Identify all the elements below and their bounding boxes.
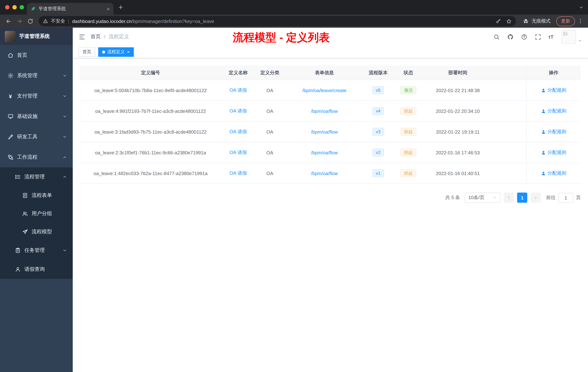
- assign-rule-label: 分配规则: [547, 170, 566, 176]
- sidebar-item-label: 首页: [17, 52, 27, 59]
- fontsize-icon[interactable]: tT: [548, 34, 554, 39]
- breadcrumb-home[interactable]: 首页: [91, 33, 101, 40]
- minimize-window-button[interactable]: [12, 5, 17, 10]
- sidebar-item-process-form[interactable]: 流程表单: [0, 186, 73, 205]
- close-window-button[interactable]: [5, 5, 10, 10]
- chevron-down-icon: [63, 74, 67, 78]
- sidebar-item-label: 流程管理: [24, 174, 45, 180]
- form-url-link[interactable]: /bpm/oa/flow: [311, 150, 338, 155]
- update-chrome-button[interactable]: 更新: [556, 16, 575, 26]
- chevron-down-icon: [63, 94, 67, 98]
- assign-rule-link[interactable]: 分配规则: [541, 129, 566, 135]
- definition-name-link[interactable]: OA 请假: [230, 149, 247, 156]
- user-menu[interactable]: [561, 30, 582, 44]
- user-filled-icon: [541, 171, 546, 176]
- goto-page: 前往 页: [546, 193, 581, 203]
- tag-process-definition[interactable]: 流程定义 ×: [98, 47, 134, 57]
- form-url-link[interactable]: /bpm/oa/flow: [311, 108, 338, 114]
- status-badge: 挂起: [400, 149, 416, 156]
- reload-button[interactable]: [25, 16, 35, 26]
- github-icon[interactable]: [507, 34, 513, 40]
- sidebar-item-process-model[interactable]: 流程模型: [0, 223, 73, 241]
- page-size-select[interactable]: 10条/页: [465, 193, 500, 203]
- sidebar-item-label: 工作流程: [17, 154, 37, 161]
- bookmark-star-icon[interactable]: [506, 18, 512, 24]
- fullscreen-icon[interactable]: [535, 34, 541, 40]
- infrastructure-icon: [7, 114, 13, 119]
- prev-page-button[interactable]: [504, 193, 514, 203]
- zoom-window-button[interactable]: [20, 5, 24, 10]
- url-path: /bpm/manager/definition?key=oa_leave: [132, 18, 214, 24]
- definition-name-link[interactable]: OA 请假: [230, 87, 247, 94]
- table-body: oa_leave:5:004b710b-7b8a-11ec-8ef0-acde4…: [79, 80, 581, 184]
- cell-definition-id: oa_leave:4:991f2193-7b7f-11ec-a3c8-acde4…: [79, 101, 222, 121]
- form-url-link[interactable]: /bpm/oa/flow: [311, 129, 338, 134]
- status-badge: 挂起: [400, 128, 416, 136]
- assign-rule-link[interactable]: 分配规则: [541, 170, 566, 176]
- sidebar-item-home[interactable]: 首页: [0, 45, 73, 66]
- definition-name-link[interactable]: OA 请假: [230, 129, 247, 135]
- column-header-form: 表单信息: [285, 66, 364, 80]
- page-unit-label: 页: [576, 194, 581, 201]
- model-icon: [22, 229, 28, 235]
- tab-search-chevron-icon[interactable]: [579, 0, 584, 15]
- sidebar-item-system-management[interactable]: 系统管理: [0, 66, 73, 86]
- definition-name-link[interactable]: OA 请假: [230, 170, 247, 176]
- sidebar-toggle-button[interactable]: [79, 33, 85, 40]
- tag-close-icon[interactable]: ×: [127, 50, 130, 54]
- search-icon[interactable]: [493, 34, 499, 40]
- address-bar[interactable]: 不安全 | dashboard.yudao.iocoder.cn /bpm/ma…: [39, 16, 516, 26]
- cell-definition-id: oa_leave:5:004b710b-7b8a-11ec-8ef0-acde4…: [79, 80, 222, 100]
- column-header-id: 定义编号: [79, 66, 222, 80]
- sidebar-item-leave-query[interactable]: 请假查询: [0, 260, 73, 279]
- goto-page-input[interactable]: [558, 193, 573, 203]
- cell-form-info: /bpm/oa/leave/create: [285, 80, 364, 100]
- assign-rule-link[interactable]: 分配规则: [541, 149, 566, 156]
- tab-close-icon[interactable]: ×: [106, 6, 110, 11]
- sidebar-item-process-management[interactable]: 流程管理: [0, 167, 73, 186]
- tab-favicon-icon: [31, 6, 36, 11]
- next-page-button[interactable]: [531, 193, 541, 203]
- tag-home[interactable]: 首页 ×: [79, 47, 95, 57]
- deploy-time: 2022-01-16 01:40:51: [436, 171, 480, 176]
- password-key-icon[interactable]: [496, 18, 501, 24]
- sidebar-item-payment-management[interactable]: ¥ 支付管理: [0, 86, 73, 106]
- tags-view-bar: 首页 × 流程定义 ×: [73, 46, 588, 58]
- goto-label: 前往: [546, 194, 556, 201]
- cell-filler: [492, 163, 526, 184]
- status-badge: 激活: [400, 86, 416, 94]
- sidebar-logo[interactable]: 芋道管理系统: [0, 28, 73, 45]
- cell-filler: [492, 121, 526, 142]
- form-url-link[interactable]: /bpm/oa/leave/create: [302, 88, 346, 93]
- assign-rule-link[interactable]: 分配规则: [541, 87, 566, 94]
- deploy-time: 2022-01-22 20:34:10: [436, 108, 480, 114]
- version-badge: v2: [372, 149, 384, 156]
- cell-definition-category: OA: [254, 101, 285, 121]
- version-badge: v5: [372, 86, 384, 94]
- main-area: 首页 / 流程定义 tT 流程模型 - 定义列表 首页 × 流程定义 ×: [73, 28, 588, 372]
- new-tab-button[interactable]: [114, 0, 128, 15]
- back-button[interactable]: [4, 16, 13, 26]
- deploy-time: 2022-01-16 17:46:53: [436, 150, 480, 155]
- forward-button[interactable]: [15, 16, 24, 26]
- tab-title: 芋道管理系统: [39, 6, 104, 12]
- assign-rule-link[interactable]: 分配规则: [541, 108, 566, 114]
- form-url-link[interactable]: /bpm/oa/flow: [311, 171, 338, 176]
- sidebar-item-user-group[interactable]: 用户分组: [0, 205, 73, 223]
- workflow-icon: [7, 154, 13, 160]
- definition-name-link[interactable]: OA 请假: [230, 108, 247, 114]
- cell-process-version: v2: [364, 142, 393, 163]
- page-number-button[interactable]: 1: [517, 193, 527, 203]
- cell-status: 挂起: [393, 142, 424, 163]
- sidebar-item-dev-tools[interactable]: 研发工具: [0, 127, 73, 147]
- question-icon[interactable]: [521, 34, 527, 40]
- browser-menu-icon[interactable]: [576, 16, 584, 26]
- cell-definition-name: OA 请假: [222, 121, 254, 142]
- sidebar-item-workflow[interactable]: 工作流程: [0, 147, 73, 167]
- sidebar-item-infrastructure[interactable]: 基础设施: [0, 106, 73, 127]
- navbar-action-icons: tT: [493, 34, 554, 40]
- avatar[interactable]: [561, 30, 576, 44]
- browser-tab[interactable]: 芋道管理系统 ×: [27, 3, 114, 15]
- gear-icon: [7, 73, 13, 79]
- sidebar-item-task-management[interactable]: 任务管理: [0, 241, 73, 260]
